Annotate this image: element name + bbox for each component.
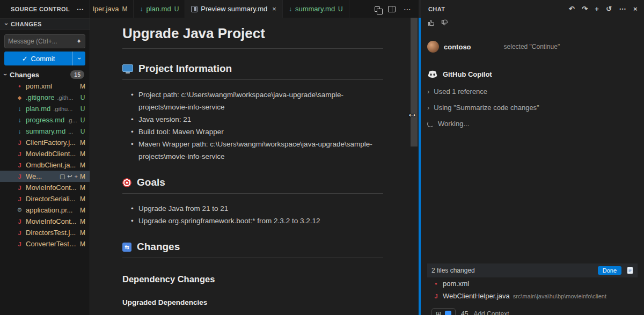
changes-section-header[interactable]: › CHANGES: [0, 18, 90, 30]
open-changes-icon[interactable]: [375, 6, 380, 12]
changes-tree-header[interactable]: › Changes 15: [0, 69, 90, 80]
more-icon[interactable]: ⋯: [619, 5, 626, 13]
scm-file-row[interactable]: ↓summary.md...U: [0, 126, 90, 137]
scm-file-row[interactable]: JClientFactory.j...M: [0, 137, 90, 148]
file-name: ClientFactory.j...: [26, 138, 76, 146]
changed-file-row[interactable]: JWebClientHelper.javasrc\main\java\hu\bp…: [427, 290, 638, 302]
scm-file-row[interactable]: ●pom.xmlM: [0, 80, 90, 92]
scm-file-list: ●pom.xmlM◆.gitignore.gith...U↓plan.md.gi…: [0, 80, 90, 315]
report-icon[interactable]: [627, 267, 633, 274]
changed-file-row[interactable]: ●pom.xml: [427, 277, 638, 290]
tab[interactable]: Preview summary.md×: [185, 0, 283, 18]
file-name: MoviedbClient...: [26, 150, 76, 158]
stage-changes-icon[interactable]: +: [75, 173, 78, 180]
row-right: M: [80, 162, 85, 169]
scm-file-row[interactable]: ◆.gitignore.gith...U: [0, 92, 90, 103]
status-letter: M: [80, 139, 85, 146]
preview-icon: [191, 6, 197, 12]
md-icon: ↓: [140, 5, 143, 13]
thumbs-up-icon[interactable]: [427, 19, 435, 27]
changed-file-name: pom.xml: [443, 280, 469, 288]
tab-label: lper.java: [93, 5, 119, 13]
target-icon: [122, 178, 131, 187]
section-heading-text: Project Information: [138, 63, 232, 75]
scm-file-row[interactable]: JMoviedbClient...M: [0, 148, 90, 159]
redo-icon[interactable]: ↷: [582, 5, 588, 13]
scm-file-row[interactable]: JDirectorSeriali...M: [0, 193, 90, 204]
open-file-icon[interactable]: ▢: [60, 173, 65, 180]
xml-file-icon: ●: [433, 281, 440, 286]
chevron-right-icon: ›: [427, 87, 429, 96]
status-letter: M: [80, 173, 85, 180]
agent-mode-icon[interactable]: [445, 311, 451, 315]
scm-file-row[interactable]: JOmdbClient.ja...M: [0, 159, 90, 171]
scm-file-row[interactable]: JConverterTest.j...M: [0, 238, 90, 250]
md-file-icon: ↓: [16, 128, 23, 135]
tab-close-icon[interactable]: ×: [272, 5, 276, 13]
commit-button[interactable]: ✓ Commit: [4, 52, 72, 65]
status-letter: U: [80, 94, 85, 101]
undo-icon[interactable]: ↶: [569, 5, 575, 13]
editor-scrollbar[interactable]: [411, 18, 418, 146]
chevron-down-icon: ›: [76, 54, 83, 63]
file-name: .gitignore: [26, 93, 54, 101]
files-changed-summary: 2 files changed: [431, 267, 475, 274]
feedback-row: [427, 19, 638, 27]
tab-label: summary.md: [295, 5, 335, 13]
status-letter: U: [80, 116, 85, 124]
add-context-button[interactable]: Add Context...: [473, 310, 514, 315]
generate-message-icon[interactable]: ✦: [76, 38, 82, 45]
scm-file-row[interactable]: JMovieInfoCont...M: [0, 216, 90, 227]
section-heading-text: Changes: [137, 241, 180, 253]
scm-file-row[interactable]: JDirectorsTest.j...M: [0, 227, 90, 238]
file-name: summary.md: [26, 127, 65, 135]
changed-file-path: src\main\java\hu\bp\movieinfo\client: [513, 293, 606, 299]
grid-icon[interactable]: ⊞: [436, 310, 441, 315]
file-name: OmdbClient.ja...: [26, 161, 76, 169]
scm-file-row[interactable]: ↓progress.md.g...U: [0, 114, 90, 126]
bullet-list: Upgrade Java from 21 to 21Upgrade org.sp…: [122, 202, 383, 227]
commit-dropdown-button[interactable]: ›: [72, 52, 85, 65]
section-heading-text: Goals: [137, 177, 165, 188]
sidebar-more-actions-icon[interactable]: ⋯: [77, 5, 84, 13]
bullet-item: Upgrade org.springframework.boot:* from …: [131, 215, 383, 227]
discard-changes-icon[interactable]: ↩: [67, 173, 72, 180]
java-file-icon: J: [16, 218, 23, 225]
chat-step[interactable]: ›Using "Summarize code changes": [427, 104, 638, 112]
status-letter: M: [80, 207, 85, 214]
tab-status: M: [122, 5, 127, 13]
shuffle-icon: ⇆: [122, 243, 131, 252]
commit-message-input[interactable]: [8, 38, 76, 45]
status-letter: M: [80, 162, 85, 169]
history-icon[interactable]: ↺: [606, 5, 612, 13]
scm-file-row[interactable]: ↓plan.md.githu...U: [0, 103, 90, 114]
scm-file-row[interactable]: ⚙application.pr...M: [0, 204, 90, 216]
vscode-window: SOURCE CONTROL ⋯ › CHANGES ✦ ✓ Commit › …: [0, 0, 644, 315]
tab[interactable]: ↓plan.mdU: [134, 0, 185, 18]
split-editor-icon[interactable]: [388, 6, 396, 12]
chat-input-toolbar: ⊞ 45 Add Context...: [431, 306, 633, 315]
java-file-icon: J: [433, 293, 440, 299]
close-icon[interactable]: ×: [633, 5, 638, 13]
status-letter: M: [80, 195, 85, 203]
status-letter: M: [80, 184, 85, 192]
java-file-icon: J: [16, 241, 23, 247]
chat-header: CHAT ↶↷+↺⋯×: [421, 0, 644, 18]
row-right: M: [80, 83, 85, 90]
bullet-list: Project path: c:\Users\wangmi\workspace\…: [122, 89, 383, 163]
java-file-icon: J: [16, 196, 23, 202]
row-right: M: [80, 195, 85, 203]
more-actions-icon[interactable]: ⋯: [404, 5, 411, 13]
bullet-item: Java version: 21: [131, 113, 383, 126]
chat-step[interactable]: ›Used 1 reference: [427, 87, 638, 96]
scm-file-row[interactable]: JWe...▢↩+M: [0, 171, 90, 182]
done-button[interactable]: Done: [598, 266, 621, 275]
files-changed-header[interactable]: 2 files changed Done: [427, 263, 638, 277]
scm-file-row[interactable]: JMovieInfoCont...M: [0, 182, 90, 193]
tab[interactable]: lper.javaM: [90, 0, 134, 18]
row-right: U: [80, 94, 85, 101]
tab[interactable]: ↓summary.mdU: [283, 0, 349, 18]
thumbs-down-icon[interactable]: [441, 19, 449, 27]
chat-panel: CHAT ↶↷+↺⋯× contoso selected "Continue": [421, 0, 644, 315]
new-chat-icon[interactable]: +: [595, 5, 599, 13]
